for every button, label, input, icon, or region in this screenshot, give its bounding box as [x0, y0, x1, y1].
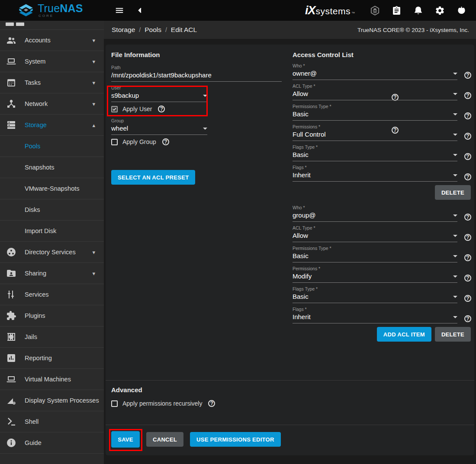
help-icon[interactable]: ?: [162, 138, 169, 145]
chevron-down-icon: ▾: [92, 249, 95, 256]
breadcrumb-pools[interactable]: Pools: [145, 26, 161, 34]
group-label: Group: [111, 118, 282, 123]
acl-flags-select[interactable]: Flags *Inherit?: [293, 307, 457, 323]
cancel-button[interactable]: CANCEL: [146, 432, 183, 447]
acl-permissions-select[interactable]: Permissions *Full Control?: [293, 124, 457, 141]
acl-who-select[interactable]: Who *group@?: [293, 205, 457, 222]
sidebar-item-disks[interactable]: Disks: [0, 199, 104, 221]
settings-gear-icon[interactable]: [431, 2, 448, 19]
breadcrumb-storage[interactable]: Storage: [112, 26, 135, 34]
dropdown-arrow-icon: [453, 235, 457, 237]
brand-title: TrueNAS: [38, 3, 83, 14]
help-icon[interactable]: ?: [464, 112, 471, 119]
acl-flags-type-select[interactable]: Flags Type *Basic?: [293, 286, 457, 303]
help-icon[interactable]: ?: [464, 133, 471, 140]
truecommand-icon[interactable]: [366, 2, 383, 19]
truenas-logo[interactable]: TrueNAS CORE: [0, 3, 104, 18]
sidebar-item-pools[interactable]: Pools: [0, 136, 104, 157]
sidebar-item-plugins[interactable]: Plugins: [0, 305, 104, 326]
acl-flags-type-select[interactable]: Flags Type *Basic?: [293, 144, 457, 161]
sidebar-item-services[interactable]: Services: [0, 284, 104, 305]
brand-subtitle: CORE: [39, 14, 83, 18]
sharing-icon: [6, 268, 16, 278]
path-input[interactable]: /mnt/zpooldisk1/start9backupshare: [111, 71, 282, 82]
help-icon[interactable]: ?: [464, 315, 471, 322]
apply-recursively-checkbox[interactable]: [111, 400, 118, 407]
field-label: Flags Type *: [293, 286, 457, 291]
acl-acl-type-select[interactable]: ACL Type *Allow?: [293, 83, 457, 100]
sidebar-item-display-system-processes[interactable]: Display System Processes: [0, 390, 104, 411]
advanced-section: Advanced Apply permissions recursively ?: [106, 380, 474, 407]
sidebar-item-system[interactable]: System▾: [0, 51, 104, 72]
chevron-down-icon: ▾: [92, 270, 95, 277]
sidebar-item-partial[interactable]: [0, 21, 104, 30]
back-chevron-icon[interactable]: [132, 2, 149, 19]
field-label: Who *: [293, 205, 457, 210]
group-select[interactable]: Group wheel ?: [111, 118, 282, 135]
sidebar-item-label: VMware-Snapshots: [25, 185, 104, 192]
sidebar-item-directory-services[interactable]: Directory Services▾: [0, 242, 104, 263]
add-acl-item-button[interactable]: ADD ACL ITEM: [377, 327, 431, 342]
apply-recursively-label: Apply permissions recursively: [122, 400, 202, 407]
apply-group-checkbox[interactable]: [111, 139, 118, 145]
acl-permissions-type-select[interactable]: Permissions Type *Basic?: [293, 246, 457, 262]
sidebar-item-label: Tasks: [25, 79, 92, 86]
help-icon[interactable]: ?: [158, 106, 165, 112]
field-label: Permissions *: [293, 124, 457, 129]
sidebar-item-snapshots[interactable]: Snapshots: [0, 157, 104, 178]
acl-flags-select[interactable]: Flags *Inherit?: [293, 165, 457, 182]
power-icon[interactable]: [453, 2, 470, 19]
apply-group-label: Apply Group: [122, 138, 156, 145]
help-icon[interactable]: ?: [464, 254, 471, 261]
notifications-bell-icon[interactable]: [409, 2, 427, 19]
acl-permissions-type-select[interactable]: Permissions Type *Basic?: [293, 104, 457, 121]
acl-permissions-select[interactable]: Permissions *Modify?: [293, 266, 457, 283]
sidebar-item-accounts[interactable]: Accounts▾: [0, 30, 104, 51]
help-icon[interactable]: ?: [464, 295, 471, 302]
sidebar-item-label: Snapshots: [25, 164, 104, 171]
acl-who-select[interactable]: Who *owner@?: [293, 63, 457, 80]
help-icon[interactable]: ?: [464, 173, 471, 180]
sidebar-item-virtual-machines[interactable]: Virtual Machines: [0, 369, 104, 390]
sidebar-item-sharing[interactable]: Sharing▾: [0, 263, 104, 284]
sidebar-item-storage[interactable]: Storage▴: [0, 115, 104, 136]
form-actions: SAVE CANCEL USE PERMISSIONS EDITOR: [106, 425, 474, 448]
help-icon[interactable]: ?: [464, 72, 471, 79]
select-acl-preset-button[interactable]: SELECT AN ACL PRESET: [111, 170, 195, 185]
field-value: Basic: [293, 293, 309, 300]
use-permissions-editor-button[interactable]: USE PERMISSIONS EDITOR: [190, 432, 281, 447]
menu-toggle-icon[interactable]: [111, 2, 128, 19]
dropdown-arrow-icon: [453, 255, 457, 257]
sidebar-item-reporting[interactable]: Reporting: [0, 348, 104, 369]
field-label: ACL Type *: [293, 225, 457, 230]
save-button[interactable]: SAVE: [111, 431, 140, 448]
sidebar-item-vmware-snapshots[interactable]: VMware-Snapshots: [0, 178, 104, 199]
sidebar-item-import-disk[interactable]: Import Disk: [0, 221, 104, 242]
sidebar-item-network[interactable]: Network▾: [0, 93, 104, 115]
task-manager-icon[interactable]: [388, 2, 405, 19]
acl-acl-type-select[interactable]: ACL Type *Allow?: [293, 225, 457, 242]
user-label: User: [111, 85, 282, 90]
system-icon: [6, 56, 16, 67]
help-icon[interactable]: ?: [464, 234, 471, 241]
help-icon[interactable]: ?: [464, 153, 471, 160]
apply-user-checkbox[interactable]: [111, 106, 118, 112]
help-icon[interactable]: ?: [464, 92, 471, 99]
delete-acl-entry-button[interactable]: DELETE: [435, 185, 471, 200]
sidebar-item-tasks[interactable]: Tasks▾: [0, 72, 104, 93]
field-value: Inherit: [293, 313, 311, 320]
help-icon[interactable]: ?: [464, 275, 471, 282]
shell-icon: [6, 416, 16, 427]
user-select[interactable]: User s9backup ?: [111, 85, 282, 102]
sidebar-item-shell[interactable]: Shell: [0, 411, 104, 432]
apply-user-label: Apply User: [122, 106, 152, 112]
sidebar-item-label: Reporting: [25, 355, 98, 362]
dropdown-arrow-icon: [453, 296, 457, 298]
help-icon[interactable]: ?: [208, 400, 215, 407]
dropdown-arrow-icon: [453, 154, 457, 156]
sidebar-item-jails[interactable]: Jails: [0, 326, 104, 348]
sidebar-item-guide[interactable]: Guide: [0, 432, 104, 454]
field-value: Basic: [293, 110, 309, 118]
help-icon[interactable]: ?: [464, 214, 471, 221]
delete-acl-entry-button[interactable]: DELETE: [435, 327, 471, 342]
